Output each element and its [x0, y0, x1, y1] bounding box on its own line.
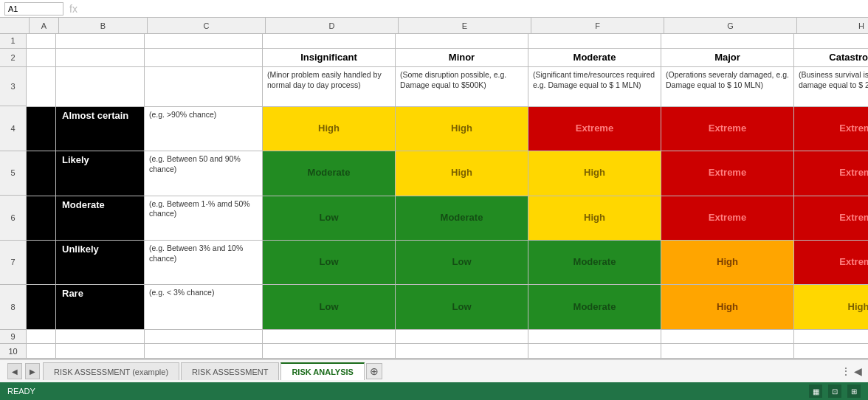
cell-a2[interactable] — [27, 49, 56, 68]
cell-a1[interactable] — [27, 34, 56, 49]
tab-risk-assessment-example[interactable]: RISK ASSESSMENT (example) — [43, 362, 179, 380]
cell-e7-risk[interactable]: Low — [396, 241, 528, 285]
cell-c1[interactable] — [145, 34, 263, 49]
cell-a5[interactable] — [27, 151, 56, 196]
cell-d10[interactable] — [263, 344, 396, 359]
tab-risk-analysis[interactable]: RISK ANALYSIS — [280, 362, 365, 380]
cell-a10[interactable] — [27, 344, 56, 359]
cell-g5-risk[interactable]: Extreme — [661, 151, 794, 196]
row-num-10[interactable]: 10 — [0, 344, 26, 359]
tab-scroll-left-icon[interactable]: ◀ — [854, 365, 862, 377]
cell-h8-risk[interactable]: High — [794, 285, 868, 329]
cell-f4-risk[interactable]: Extreme — [528, 107, 661, 151]
cell-h2[interactable]: Catastrophic — [794, 49, 868, 68]
cell-f1[interactable] — [528, 34, 661, 49]
view-page-layout-icon[interactable]: ⊡ — [828, 385, 841, 398]
cell-a3[interactable] — [27, 67, 56, 106]
cell-f3-desc[interactable]: (Significant time/resources required e.g… — [528, 67, 661, 106]
cell-f8-risk[interactable]: Moderate — [528, 285, 661, 329]
cell-b2[interactable] — [56, 49, 145, 68]
cell-e9[interactable] — [396, 330, 528, 345]
cell-g10[interactable] — [661, 344, 794, 359]
cell-e1[interactable] — [396, 34, 528, 49]
cell-g4-risk[interactable]: Extreme — [661, 107, 794, 151]
row-num-7[interactable]: 7 — [0, 241, 26, 286]
cell-c6-desc[interactable]: (e.g. Betweem 1-% amd 50% chance) — [145, 196, 263, 241]
cell-b3[interactable] — [56, 67, 145, 106]
cell-h7-risk[interactable]: Extreme — [794, 241, 868, 285]
cell-g8-risk[interactable]: High — [661, 285, 794, 329]
cell-d8-risk[interactable]: Low — [263, 285, 396, 329]
cell-d1[interactable] — [263, 34, 396, 49]
cell-d5-risk[interactable]: Moderate — [263, 151, 396, 196]
cell-c10[interactable] — [145, 344, 263, 359]
cell-d3-desc[interactable]: (Minor problem easily handled by normal … — [263, 67, 396, 106]
cell-c9[interactable] — [145, 330, 263, 345]
cell-d9[interactable] — [263, 330, 396, 345]
cell-h1[interactable] — [794, 34, 868, 49]
cell-b6-label[interactable]: Moderate — [56, 196, 145, 241]
col-header-d[interactable]: D — [266, 18, 399, 33]
row-num-9[interactable]: 9 — [0, 330, 26, 345]
row-num-5[interactable]: 5 — [0, 151, 26, 196]
cell-a9[interactable] — [27, 330, 56, 345]
row-num-8[interactable]: 8 — [0, 285, 26, 330]
tab-add-button[interactable]: ⊕ — [366, 363, 382, 379]
cell-g7-risk[interactable]: High — [661, 241, 794, 285]
col-header-g[interactable]: G — [664, 18, 797, 33]
cell-e8-risk[interactable]: Low — [396, 285, 528, 329]
cell-e5-risk[interactable]: High — [396, 151, 528, 196]
cell-e10[interactable] — [396, 344, 528, 359]
cell-g6-risk[interactable]: Extreme — [661, 196, 794, 241]
cell-f10[interactable] — [528, 344, 661, 359]
cell-g3-desc[interactable]: (Operations severaly damaged, e.g. Damag… — [661, 67, 794, 106]
cell-c4-desc[interactable]: (e.g. >90% chance) — [145, 107, 263, 151]
col-header-e[interactable]: E — [399, 18, 531, 33]
tab-risk-assessment[interactable]: RISK ASSESSMENT — [181, 362, 279, 380]
cell-d2[interactable]: Insignificant — [263, 49, 396, 68]
cell-a4[interactable] — [27, 107, 56, 151]
cell-g2[interactable]: Major — [661, 49, 794, 68]
col-header-h[interactable]: H — [797, 18, 868, 33]
tab-nav-left[interactable]: ◀ — [7, 363, 22, 379]
cell-d7-risk[interactable]: Low — [263, 241, 396, 285]
cell-c3[interactable] — [145, 67, 263, 106]
cell-b10[interactable] — [56, 344, 145, 359]
cell-b7-label[interactable]: Unlikely — [56, 241, 145, 285]
cell-e6-risk[interactable]: Moderate — [396, 196, 528, 241]
cell-e2[interactable]: Minor — [396, 49, 528, 68]
cell-b5-label[interactable]: Likely — [56, 151, 145, 196]
row-num-3[interactable]: 3 — [0, 67, 26, 106]
row-num-1[interactable]: 1 — [0, 34, 26, 49]
col-header-b[interactable]: B — [59, 18, 148, 33]
cell-f7-risk[interactable]: Moderate — [528, 241, 661, 285]
row-num-6[interactable]: 6 — [0, 196, 26, 241]
cell-c5-desc[interactable]: (e.g. Between 50 and 90% chance) — [145, 151, 263, 196]
col-header-a[interactable]: A — [30, 18, 59, 33]
cell-f6-risk[interactable]: High — [528, 196, 661, 241]
cell-h6-risk[interactable]: Extreme — [794, 196, 868, 241]
cell-b9[interactable] — [56, 330, 145, 345]
cell-c2[interactable] — [145, 49, 263, 68]
tab-more-icon[interactable]: ⋮ — [841, 365, 851, 377]
cell-f5-risk[interactable]: High — [528, 151, 661, 196]
cell-d6-risk[interactable]: Low — [263, 196, 396, 241]
cell-b1[interactable] — [56, 34, 145, 49]
cell-g1[interactable] — [661, 34, 794, 49]
cell-a8[interactable] — [27, 285, 56, 329]
view-normal-icon[interactable]: ▦ — [809, 385, 822, 398]
tab-nav-right[interactable]: ▶ — [25, 363, 40, 379]
col-header-c[interactable]: C — [148, 18, 266, 33]
row-num-4[interactable]: 4 — [0, 106, 26, 151]
cell-g9[interactable] — [661, 330, 794, 345]
cell-c7-desc[interactable]: (e.g. Between 3% and 10% chance) — [145, 241, 263, 285]
cell-h5-risk[interactable]: Extreme — [794, 151, 868, 196]
cell-c8-desc[interactable]: (e.g. < 3% chance) — [145, 285, 263, 329]
cell-d4-risk[interactable]: High — [263, 107, 396, 151]
cell-h3-desc[interactable]: (Business survival is at risk damage equ… — [794, 67, 868, 106]
cell-f9[interactable] — [528, 330, 661, 345]
cell-e3-desc[interactable]: (Some disruption possible, e.g. Damage e… — [396, 67, 528, 106]
cell-h9[interactable] — [794, 330, 868, 345]
name-box[interactable] — [4, 2, 63, 15]
cell-b8-label[interactable]: Rare — [56, 285, 145, 329]
